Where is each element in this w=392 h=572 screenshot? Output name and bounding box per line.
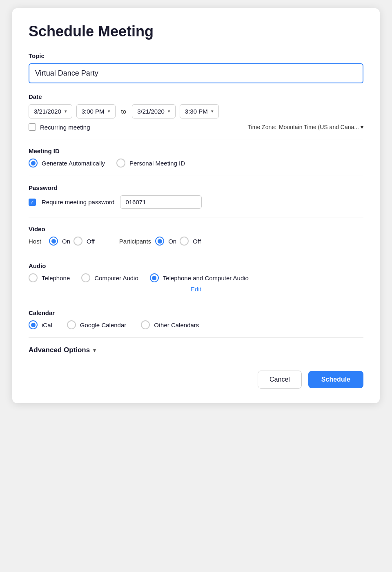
participants-on-circle: [155, 237, 164, 246]
host-off-circle: [74, 237, 82, 246]
host-on-circle: [49, 237, 58, 246]
page-title: Schedule Meeting: [29, 23, 363, 40]
password-checkbox[interactable]: ✓: [29, 199, 36, 206]
participants-off-circle: [180, 237, 189, 246]
recurring-left: Recurring meeting: [29, 123, 90, 131]
participants-off-label: Off: [193, 238, 201, 245]
participants-on-radio[interactable]: On: [155, 237, 176, 246]
host-off-radio[interactable]: Off: [74, 237, 95, 246]
topic-section: Topic: [29, 52, 363, 83]
host-label: Host: [29, 238, 45, 245]
audio-computer-label: Computer Audio: [94, 275, 138, 282]
to-label: to: [120, 108, 128, 115]
host-off-label: Off: [87, 238, 95, 245]
bottom-buttons: Cancel Schedule: [29, 371, 363, 389]
meeting-id-section: Meeting ID Generate Automatically Person…: [29, 147, 363, 168]
divider-6: [29, 337, 363, 338]
password-row: ✓ Require meeting password: [29, 195, 363, 209]
start-date-select[interactable]: 3/21/2020 ▾: [29, 104, 72, 118]
radio-generate-auto[interactable]: Generate Automatically: [29, 159, 105, 168]
radio-personal-id-circle: [116, 159, 125, 168]
topic-label: Topic: [29, 52, 363, 59]
end-time-select[interactable]: 3:30 PM ▾: [180, 104, 219, 118]
calendar-row: iCal Google Calendar Other Calendars: [29, 320, 363, 329]
calendar-google-label: Google Calendar: [80, 322, 126, 328]
calendar-other-label: Other Calendars: [154, 322, 199, 328]
advanced-options-chevron-icon: ▾: [93, 347, 96, 353]
radio-personal-id-label: Personal Meeting ID: [129, 160, 185, 167]
end-date-chevron-icon: ▾: [168, 109, 170, 114]
timezone-value: Mountain Time (US and Cana...: [279, 124, 359, 130]
host-video-group: On Off: [49, 237, 95, 246]
advanced-options-label: Advanced Options: [29, 346, 90, 354]
calendar-google-circle: [67, 320, 76, 329]
calendar-ical-circle: [29, 320, 38, 329]
radio-personal-id[interactable]: Personal Meeting ID: [116, 159, 185, 168]
meeting-id-label: Meeting ID: [29, 147, 363, 154]
require-password-label: Require meeting password: [42, 199, 114, 206]
calendar-section: Calendar iCal Google Calendar Other Cale…: [29, 309, 363, 329]
password-label: Password: [29, 184, 363, 191]
participants-label: Participants: [119, 238, 151, 245]
date-label: Date: [29, 93, 363, 100]
end-time-value: 3:30 PM: [185, 108, 208, 115]
host-on-radio[interactable]: On: [49, 237, 70, 246]
start-time-chevron-icon: ▾: [108, 109, 110, 114]
participants-video-group: On Off: [155, 237, 201, 246]
audio-telephone-label: Telephone: [42, 275, 70, 282]
video-label: Video: [29, 226, 363, 232]
end-time-chevron-icon: ▾: [211, 109, 214, 114]
participants-on-label: On: [168, 238, 176, 245]
calendar-ical-label: iCal: [42, 322, 52, 328]
timezone-chevron-icon: ▾: [361, 124, 363, 130]
calendar-other-radio[interactable]: Other Calendars: [141, 320, 199, 329]
audio-both-label: Telephone and Computer Audio: [163, 275, 249, 282]
start-date-value: 3/21/2020: [34, 108, 61, 115]
audio-row: Telephone Computer Audio Telephone and C…: [29, 273, 363, 282]
divider-3: [29, 217, 363, 217]
audio-both-circle: [150, 273, 159, 282]
calendar-google-radio[interactable]: Google Calendar: [67, 320, 126, 329]
host-on-label: On: [62, 238, 70, 245]
divider-4: [29, 254, 363, 254]
audio-computer-radio[interactable]: Computer Audio: [81, 273, 138, 282]
cancel-button[interactable]: Cancel: [258, 371, 302, 389]
calendar-ical-radio[interactable]: iCal: [29, 320, 52, 329]
audio-label: Audio: [29, 262, 363, 269]
timezone-label: Time Zone:: [248, 124, 276, 130]
audio-telephone-radio[interactable]: Telephone: [29, 273, 70, 282]
start-date-chevron-icon: ▾: [65, 109, 67, 114]
advanced-options-row[interactable]: Advanced Options ▾: [29, 346, 363, 354]
start-time-value: 3:00 PM: [82, 108, 105, 115]
audio-computer-circle: [81, 273, 90, 282]
password-section: Password ✓ Require meeting password: [29, 184, 363, 209]
divider-2: [29, 176, 363, 176]
start-time-select[interactable]: 3:00 PM ▾: [76, 104, 116, 118]
end-date-value: 3/21/2020: [137, 108, 165, 115]
calendar-label: Calendar: [29, 309, 363, 316]
participants-off-radio[interactable]: Off: [180, 237, 201, 246]
video-row: Host On Off Participants On: [29, 237, 363, 246]
end-date-select[interactable]: 3/21/2020 ▾: [132, 104, 176, 118]
timezone-row: Time Zone: Mountain Time (US and Cana...…: [248, 124, 363, 130]
topic-input[interactable]: [29, 63, 363, 83]
schedule-button[interactable]: Schedule: [308, 371, 363, 388]
schedule-meeting-modal: Schedule Meeting Topic Date 3/21/2020 ▾ …: [12, 8, 380, 403]
date-section: Date 3/21/2020 ▾ 3:00 PM ▾ to 3/21/2020 …: [29, 93, 363, 131]
audio-both-radio[interactable]: Telephone and Computer Audio: [150, 273, 249, 282]
calendar-other-circle: [141, 320, 150, 329]
divider-5: [29, 301, 363, 301]
recurring-row: Recurring meeting Time Zone: Mountain Ti…: [29, 123, 363, 131]
audio-edit-link[interactable]: Edit: [29, 286, 363, 293]
recurring-label: Recurring meeting: [40, 124, 90, 131]
video-section: Video Host On Off Participants On: [29, 226, 363, 246]
audio-section: Audio Telephone Computer Audio Telephone…: [29, 262, 363, 293]
audio-telephone-circle: [29, 273, 38, 282]
radio-generate-auto-circle: [29, 159, 38, 168]
password-input[interactable]: [120, 195, 202, 209]
recurring-checkbox[interactable]: [29, 123, 36, 131]
timezone-select[interactable]: Mountain Time (US and Cana... ▾: [279, 124, 363, 130]
divider-1: [29, 139, 363, 139]
meeting-id-radio-row: Generate Automatically Personal Meeting …: [29, 159, 363, 168]
radio-generate-auto-label: Generate Automatically: [42, 160, 105, 167]
